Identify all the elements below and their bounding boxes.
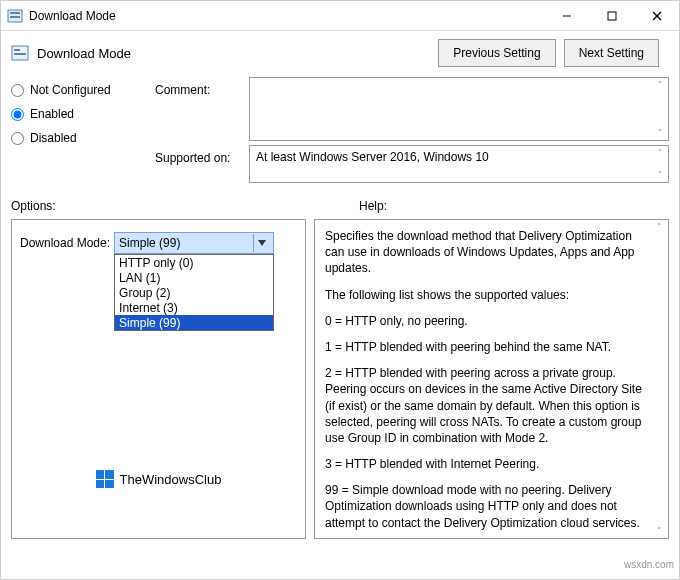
app-icon [7,8,23,24]
chevron-up-icon[interactable]: ˄ [652,222,666,232]
page-title: Download Mode [37,46,430,61]
panels: Download Mode: Simple (99) HTTP only (0)… [1,219,679,549]
dropdown-button[interactable] [253,234,269,252]
radio-enabled-input[interactable] [11,108,24,121]
svg-rect-2 [10,16,20,18]
dd-item-group[interactable]: Group (2) [115,285,273,300]
dd-item-http-only[interactable]: HTTP only (0) [115,255,273,270]
comment-label: Comment: [155,77,245,141]
policy-state-grid: Not Configured Enabled Disabled Comment:… [1,75,679,189]
dd-item-simple[interactable]: Simple (99) [115,315,273,330]
download-mode-dropdown[interactable]: HTTP only (0) LAN (1) Group (2) Internet… [114,254,274,331]
minimize-button[interactable] [544,1,589,31]
help-p7: 99 = Simple download mode with no peerin… [325,482,646,531]
download-mode-combo[interactable]: Simple (99) [114,232,274,254]
chevron-down-icon[interactable]: ˅ [654,128,666,138]
header: Download Mode Previous Setting Next Sett… [1,31,679,75]
help-p3: 0 = HTTP only, no peering. [325,313,646,329]
dd-item-lan[interactable]: LAN (1) [115,270,273,285]
comment-scrollbar[interactable]: ˄ ˅ [654,80,666,138]
radio-enabled[interactable]: Enabled [11,107,151,121]
download-mode-selected: Simple (99) [119,236,253,250]
options-label: Options: [11,199,351,213]
window-title: Download Mode [29,9,544,23]
watermark: wsxdn.com [624,559,674,570]
help-text: Specifies the download method that Deliv… [325,228,646,531]
window-controls [544,1,679,31]
help-scrollbar[interactable]: ˄ ˅ [652,222,666,536]
supported-field: At least Windows Server 2016, Windows 10… [249,145,669,183]
maximize-button[interactable] [589,1,634,31]
help-panel: Specifies the download method that Deliv… [314,219,669,539]
svg-rect-4 [608,12,616,20]
chevron-down-icon[interactable]: ˅ [652,526,666,536]
download-mode-label: Download Mode: [20,236,110,250]
svg-marker-10 [258,240,266,246]
radio-enabled-label: Enabled [30,107,74,121]
chevron-down-icon[interactable]: ˅ [654,170,666,180]
supported-label: Supported on: [155,145,245,183]
radio-not-configured-label: Not Configured [30,83,111,97]
windows-logo-icon [96,470,114,488]
options-panel: Download Mode: Simple (99) HTTP only (0)… [11,219,306,539]
comment-field[interactable]: ˄ ˅ [249,77,669,141]
radio-not-configured[interactable]: Not Configured [11,83,151,97]
state-radios: Not Configured Enabled Disabled [11,77,151,183]
titlebar: Download Mode [1,1,679,31]
svg-rect-1 [10,12,20,14]
chevron-up-icon[interactable]: ˄ [654,148,666,158]
svg-rect-9 [14,53,26,55]
help-p6: 3 = HTTP blended with Internet Peering. [325,456,646,472]
radio-disabled-input[interactable] [11,132,24,145]
policy-icon [11,44,29,62]
help-p1: Specifies the download method that Deliv… [325,228,646,277]
brand-text: TheWindowsClub [120,472,222,487]
help-label: Help: [359,199,387,213]
help-p2: The following list shows the supported v… [325,287,646,303]
previous-setting-button[interactable]: Previous Setting [438,39,555,67]
section-labels: Options: Help: [1,189,679,219]
svg-rect-8 [14,49,20,51]
supported-scrollbar[interactable]: ˄ ˅ [654,148,666,180]
chevron-up-icon[interactable]: ˄ [654,80,666,90]
brand: TheWindowsClub [12,470,305,488]
help-p4: 1 = HTTP blended with peering behind the… [325,339,646,355]
radio-not-configured-input[interactable] [11,84,24,97]
help-p5: 2 = HTTP blended with peering across a p… [325,365,646,446]
dd-item-internet[interactable]: Internet (3) [115,300,273,315]
supported-value: At least Windows Server 2016, Windows 10 [256,150,489,164]
radio-disabled[interactable]: Disabled [11,131,151,145]
close-button[interactable] [634,1,679,31]
chevron-down-icon [258,240,266,246]
next-setting-button[interactable]: Next Setting [564,39,659,67]
radio-disabled-label: Disabled [30,131,77,145]
